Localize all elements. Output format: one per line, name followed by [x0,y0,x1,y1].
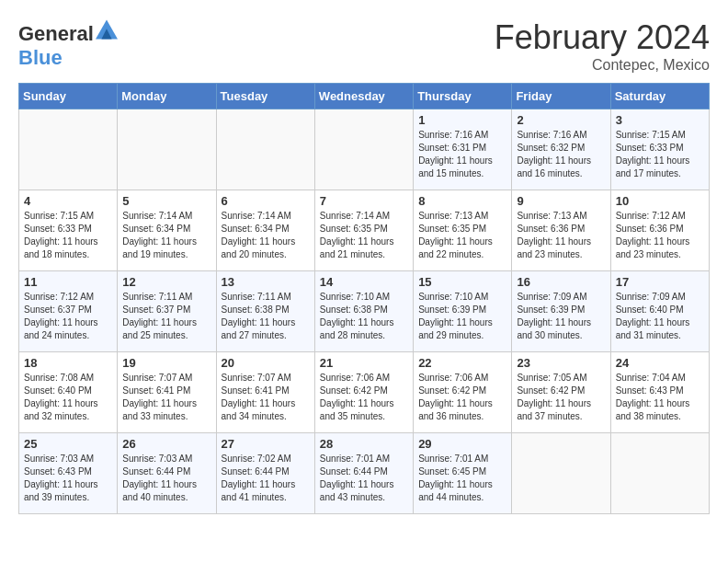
day-info: Sunrise: 7:06 AMSunset: 6:42 PMDaylight:… [418,372,506,423]
calendar-cell: 10Sunrise: 7:12 AMSunset: 6:36 PMDayligh… [610,190,709,271]
day-number: 18 [24,356,112,370]
day-info: Sunrise: 7:09 AMSunset: 6:40 PMDaylight:… [616,291,704,342]
calendar-cell: 7Sunrise: 7:14 AMSunset: 6:35 PMDaylight… [314,190,413,271]
calendar-cell: 26Sunrise: 7:03 AMSunset: 6:44 PMDayligh… [118,433,216,514]
calendar-week-row: 4Sunrise: 7:15 AMSunset: 6:33 PMDaylight… [19,190,710,271]
logo-icon [96,18,118,40]
day-number: 13 [222,275,310,289]
calendar-cell: 29Sunrise: 7:01 AMSunset: 6:45 PMDayligh… [414,433,512,514]
day-number: 9 [517,194,605,208]
weekday-header-saturday: Saturday [610,84,709,109]
day-number: 1 [418,113,506,127]
weekday-header-thursday: Thursday [414,84,512,109]
calendar-cell: 22Sunrise: 7:06 AMSunset: 6:42 PMDayligh… [414,352,512,433]
day-number: 7 [320,194,408,208]
calendar-cell: 18Sunrise: 7:08 AMSunset: 6:40 PMDayligh… [19,352,118,433]
day-info: Sunrise: 7:12 AMSunset: 6:37 PMDaylight:… [24,291,112,342]
day-info: Sunrise: 7:07 AMSunset: 6:41 PMDaylight:… [222,372,310,423]
location-subtitle: Contepec, Mexico [495,57,710,74]
calendar-cell: 25Sunrise: 7:03 AMSunset: 6:43 PMDayligh… [19,433,118,514]
day-number: 11 [24,275,112,289]
day-info: Sunrise: 7:06 AMSunset: 6:42 PMDaylight:… [320,372,408,423]
day-info: Sunrise: 7:16 AMSunset: 6:32 PMDaylight:… [517,129,605,180]
calendar-cell: 19Sunrise: 7:07 AMSunset: 6:41 PMDayligh… [118,352,216,433]
logo-blue: Blue [18,46,63,69]
calendar-cell [610,433,709,514]
day-number: 12 [122,275,210,289]
day-number: 28 [320,437,408,451]
day-number: 29 [418,437,506,451]
day-info: Sunrise: 7:08 AMSunset: 6:40 PMDaylight:… [24,372,112,423]
logo-general: General [18,22,94,45]
calendar-cell [19,109,118,190]
calendar-cell [216,109,314,190]
day-info: Sunrise: 7:09 AMSunset: 6:39 PMDaylight:… [517,291,605,342]
day-info: Sunrise: 7:07 AMSunset: 6:41 PMDaylight:… [122,372,210,423]
day-info: Sunrise: 7:15 AMSunset: 6:33 PMDaylight:… [616,129,704,180]
day-info: Sunrise: 7:10 AMSunset: 6:38 PMDaylight:… [320,291,408,342]
day-number: 4 [24,194,112,208]
day-number: 17 [616,275,704,289]
day-number: 26 [122,437,210,451]
calendar-cell: 6Sunrise: 7:14 AMSunset: 6:34 PMDaylight… [216,190,314,271]
calendar-cell: 24Sunrise: 7:04 AMSunset: 6:43 PMDayligh… [610,352,709,433]
day-number: 24 [616,356,704,370]
day-info: Sunrise: 7:13 AMSunset: 6:35 PMDaylight:… [418,210,506,261]
calendar-cell: 27Sunrise: 7:02 AMSunset: 6:44 PMDayligh… [216,433,314,514]
calendar-body: 1Sunrise: 7:16 AMSunset: 6:31 PMDaylight… [19,109,710,514]
title-block: February 2024 Contepec, Mexico [495,18,710,74]
calendar-cell: 12Sunrise: 7:11 AMSunset: 6:37 PMDayligh… [118,271,216,352]
day-info: Sunrise: 7:12 AMSunset: 6:36 PMDaylight:… [616,210,704,261]
day-number: 3 [616,113,704,127]
calendar-cell: 14Sunrise: 7:10 AMSunset: 6:38 PMDayligh… [314,271,413,352]
day-number: 8 [418,194,506,208]
day-number: 5 [122,194,210,208]
day-number: 21 [320,356,408,370]
day-number: 25 [24,437,112,451]
logo: General Blue [18,18,118,70]
day-info: Sunrise: 7:01 AMSunset: 6:45 PMDaylight:… [418,453,506,504]
weekday-header-sunday: Sunday [19,84,118,109]
day-number: 27 [222,437,310,451]
day-info: Sunrise: 7:01 AMSunset: 6:44 PMDaylight:… [320,453,408,504]
calendar-week-row: 18Sunrise: 7:08 AMSunset: 6:40 PMDayligh… [19,352,710,433]
day-info: Sunrise: 7:13 AMSunset: 6:36 PMDaylight:… [517,210,605,261]
weekday-header-row: SundayMondayTuesdayWednesdayThursdayFrid… [19,84,710,109]
calendar-table: SundayMondayTuesdayWednesdayThursdayFrid… [18,83,710,514]
day-number: 20 [222,356,310,370]
weekday-header-wednesday: Wednesday [314,84,413,109]
calendar-cell: 1Sunrise: 7:16 AMSunset: 6:31 PMDaylight… [414,109,512,190]
calendar-week-row: 1Sunrise: 7:16 AMSunset: 6:31 PMDaylight… [19,109,710,190]
day-info: Sunrise: 7:14 AMSunset: 6:35 PMDaylight:… [320,210,408,261]
page-header: General Blue February 2024 Contepec, Mex… [18,18,710,74]
calendar-cell: 8Sunrise: 7:13 AMSunset: 6:35 PMDaylight… [414,190,512,271]
calendar-cell: 9Sunrise: 7:13 AMSunset: 6:36 PMDaylight… [512,190,610,271]
day-number: 2 [517,113,605,127]
day-info: Sunrise: 7:04 AMSunset: 6:43 PMDaylight:… [616,372,704,423]
day-number: 15 [418,275,506,289]
calendar-cell: 15Sunrise: 7:10 AMSunset: 6:39 PMDayligh… [414,271,512,352]
day-info: Sunrise: 7:11 AMSunset: 6:38 PMDaylight:… [222,291,310,342]
calendar-cell: 21Sunrise: 7:06 AMSunset: 6:42 PMDayligh… [314,352,413,433]
calendar-cell: 17Sunrise: 7:09 AMSunset: 6:40 PMDayligh… [610,271,709,352]
day-info: Sunrise: 7:05 AMSunset: 6:42 PMDaylight:… [517,372,605,423]
calendar-header: SundayMondayTuesdayWednesdayThursdayFrid… [19,84,710,109]
day-info: Sunrise: 7:11 AMSunset: 6:37 PMDaylight:… [122,291,210,342]
calendar-cell: 3Sunrise: 7:15 AMSunset: 6:33 PMDaylight… [610,109,709,190]
day-number: 10 [616,194,704,208]
day-info: Sunrise: 7:10 AMSunset: 6:39 PMDaylight:… [418,291,506,342]
calendar-cell: 4Sunrise: 7:15 AMSunset: 6:33 PMDaylight… [19,190,118,271]
day-number: 14 [320,275,408,289]
calendar-cell: 2Sunrise: 7:16 AMSunset: 6:32 PMDaylight… [512,109,610,190]
calendar-cell: 23Sunrise: 7:05 AMSunset: 6:42 PMDayligh… [512,352,610,433]
day-number: 19 [122,356,210,370]
calendar-week-row: 25Sunrise: 7:03 AMSunset: 6:43 PMDayligh… [19,433,710,514]
calendar-cell: 16Sunrise: 7:09 AMSunset: 6:39 PMDayligh… [512,271,610,352]
day-number: 16 [517,275,605,289]
calendar-cell [118,109,216,190]
weekday-header-tuesday: Tuesday [216,84,314,109]
calendar-cell: 5Sunrise: 7:14 AMSunset: 6:34 PMDaylight… [118,190,216,271]
calendar-cell [512,433,610,514]
day-info: Sunrise: 7:14 AMSunset: 6:34 PMDaylight:… [222,210,310,261]
weekday-header-friday: Friday [512,84,610,109]
